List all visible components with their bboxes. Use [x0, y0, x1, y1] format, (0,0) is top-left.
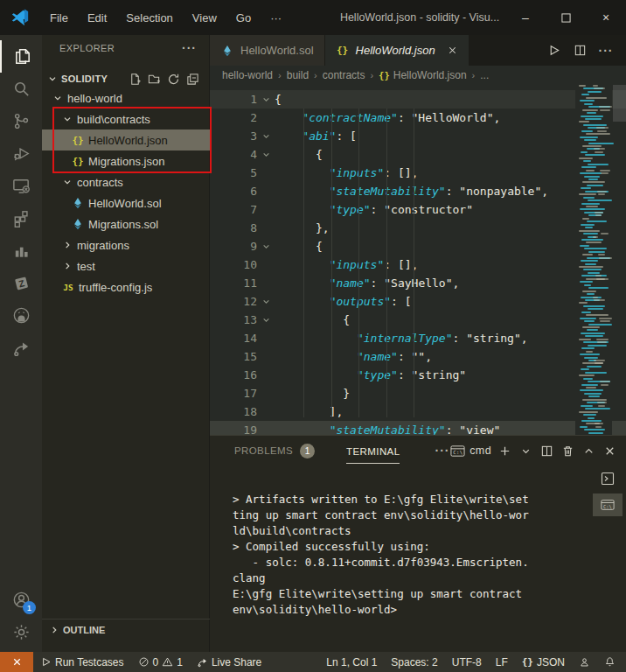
- activitybar-settings[interactable]: [0, 616, 42, 648]
- activitybar-github[interactable]: [0, 299, 42, 332]
- statusbar-feedback[interactable]: [572, 652, 597, 672]
- statusbar-language-mode[interactable]: {}JSON: [515, 652, 572, 672]
- menu-edit[interactable]: Edit: [78, 0, 116, 35]
- activitybar-stats-extension[interactable]: [0, 234, 42, 267]
- problems-label: PROBLEMS: [234, 445, 293, 456]
- tree-item-helloworld.sol[interactable]: HelloWorld.sol: [42, 192, 210, 214]
- minimap-line: [581, 405, 593, 407]
- terminal-dropdown-button[interactable]: [516, 439, 535, 462]
- activitybar-live-share[interactable]: [0, 332, 42, 364]
- fold-chevron-icon[interactable]: [257, 145, 275, 164]
- breadcrumb-item-build[interactable]: build: [287, 69, 309, 81]
- statusbar-run-testcases[interactable]: Run Testcases: [33, 652, 131, 672]
- statusbar-cursor-position[interactable]: Ln 1, Col 1: [319, 652, 384, 672]
- explorer-more-button[interactable]: ···: [182, 41, 197, 55]
- menu-file[interactable]: File: [40, 0, 78, 35]
- fold-gutter: [257, 182, 275, 200]
- tree-item-migrations.json[interactable]: {}Migrations.json: [42, 150, 210, 172]
- code-line-6: 6 "stateMutability": "nonpayable",: [210, 182, 626, 200]
- statusbar-notifications[interactable]: [597, 652, 623, 672]
- menu-go[interactable]: Go: [226, 0, 261, 35]
- maximize-panel-button[interactable]: [579, 439, 598, 462]
- statusbar-indentation[interactable]: Spaces: 2: [384, 652, 444, 672]
- code-token: : "view": [446, 424, 501, 435]
- activitybar-search[interactable]: [0, 73, 42, 105]
- code-line-17: 17 }: [210, 384, 626, 402]
- activitybar-z-extension[interactable]: Z: [0, 267, 42, 299]
- minimap-line: [588, 308, 603, 310]
- open-terminal-icon[interactable]: [593, 467, 623, 490]
- remote-indicator[interactable]: [0, 652, 33, 672]
- close-window-button[interactable]: ×: [586, 0, 626, 35]
- tab-helloworld.sol[interactable]: HelloWorld.sol: [210, 35, 325, 66]
- menu-view[interactable]: View: [183, 0, 226, 35]
- terminal-output[interactable]: > Artifacts written to E:\gfg Elite\writ…: [210, 466, 591, 652]
- tab-problems[interactable]: PROBLEMS 1: [234, 436, 315, 466]
- minimap-line: [580, 318, 596, 319]
- fold-chevron-icon[interactable]: [257, 292, 275, 311]
- tree-item-test[interactable]: test: [42, 256, 210, 276]
- split-editor-button[interactable]: [568, 39, 591, 62]
- activitybar-extensions[interactable]: [0, 202, 42, 234]
- refresh-button[interactable]: [163, 70, 183, 88]
- minimap-line: [588, 287, 609, 289]
- tree-item-build-contracts[interactable]: build\contracts: [42, 108, 210, 130]
- activitybar-explorer[interactable]: [0, 40, 42, 73]
- statusbar-live-share[interactable]: Live Share: [190, 652, 268, 672]
- activitybar-account[interactable]: 1: [0, 584, 42, 616]
- stats-extension-icon: [11, 241, 31, 261]
- fold-chevron-icon[interactable]: [257, 311, 275, 329]
- cmd-terminal-item[interactable]: C:\: [593, 494, 623, 516]
- tree-item-migrations[interactable]: migrations: [42, 234, 210, 256]
- breadcrumb-item-[interactable]: ...: [480, 69, 489, 81]
- minimize-button[interactable]: –: [505, 0, 546, 35]
- statusbar-problems-summary[interactable]: 01: [131, 652, 190, 672]
- menu-selection[interactable]: Selection: [116, 0, 182, 35]
- code-text: "inputs": [],: [275, 164, 418, 182]
- new-file-button[interactable]: [125, 70, 144, 88]
- breadcrumb-item-helloworld[interactable]: hello-world: [222, 69, 273, 81]
- breadcrumb-item-helloworldjson[interactable]: {}HelloWorld.json: [379, 69, 466, 81]
- statusbar-encoding[interactable]: UTF-8: [445, 652, 489, 672]
- tree-item-hello-world[interactable]: hello-world: [42, 88, 210, 108]
- fold-chevron-icon[interactable]: [257, 127, 275, 145]
- maximize-button[interactable]: [546, 0, 586, 35]
- minimap-line: [588, 324, 612, 326]
- terminal-profile-select[interactable]: C:\ cmd: [450, 439, 491, 462]
- new-folder-button[interactable]: [144, 70, 163, 88]
- editor-scrollbar[interactable]: [613, 85, 626, 122]
- menu-[interactable]: ···: [261, 0, 291, 35]
- code-line-7: 7 "type": "constructor": [210, 200, 626, 219]
- line-number: 7: [210, 200, 257, 219]
- tree-item-contracts[interactable]: contracts: [42, 172, 210, 192]
- tab-terminal[interactable]: TERMINAL: [346, 436, 400, 466]
- minimap[interactable]: [575, 85, 612, 435]
- tree-item-helloworld.json[interactable]: {}HelloWorld.json: [42, 130, 210, 150]
- fold-chevron-icon[interactable]: [257, 237, 275, 256]
- close-tab-icon[interactable]: [447, 45, 458, 56]
- outline-section-header[interactable]: OUTLINE: [42, 619, 210, 640]
- fold-chevron-icon[interactable]: [257, 90, 275, 108]
- tab-helloworld.json[interactable]: {}HelloWorld.json: [325, 35, 469, 66]
- split-terminal-button[interactable]: [537, 439, 556, 462]
- kill-terminal-button[interactable]: [558, 439, 577, 462]
- statusbar-eol-sequence[interactable]: LF: [489, 652, 515, 672]
- activitybar-source-control[interactable]: [0, 105, 42, 137]
- collapse-all-button[interactable]: [183, 70, 202, 88]
- code-token: "stateMutability": [330, 424, 446, 435]
- solidity-section-header[interactable]: SOLIDITY: [42, 68, 209, 89]
- fold-gutter: [257, 200, 275, 219]
- new-terminal-button[interactable]: [495, 439, 514, 462]
- panel-more-button[interactable]: ···: [435, 444, 449, 458]
- tree-item-truffle-config.js[interactable]: JStruffle-config.js: [42, 276, 210, 298]
- editor-more-button[interactable]: ···: [595, 39, 617, 62]
- activitybar-remote-explorer[interactable]: [0, 170, 42, 202]
- breadcrumb-item-contracts[interactable]: contracts: [323, 69, 365, 81]
- code-editor[interactable]: 1{2 "contractName": "HelloWorld",3 "abi"…: [210, 85, 626, 435]
- menu-label: Edit: [87, 11, 107, 24]
- close-panel-button[interactable]: [600, 439, 619, 462]
- code-line-14: 14 "internalType": "string",: [210, 329, 626, 347]
- tree-item-migrations.sol[interactable]: Migrations.sol: [42, 214, 210, 234]
- run-button[interactable]: [542, 39, 565, 62]
- activitybar-run-debug[interactable]: [0, 137, 42, 170]
